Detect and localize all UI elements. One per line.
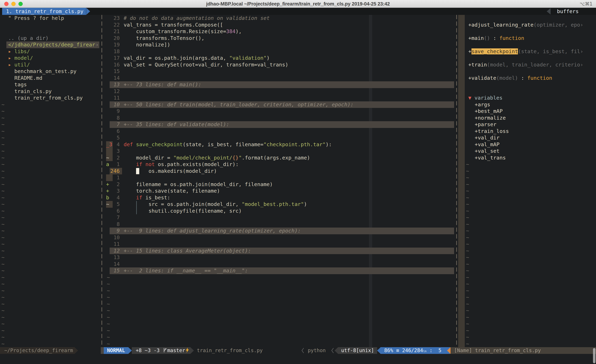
tag-item[interactable]: +val_set: [458, 148, 596, 154]
code-line[interactable]: 19 normalize]): [106, 42, 454, 48]
tree-item[interactable]: " Press ? for help: [0, 15, 99, 22]
code-line[interactable]: 13: [106, 254, 454, 261]
tree-item[interactable]: ▸libs/: [0, 48, 99, 55]
code-line[interactable]: 21 custom_transform.Resize(size=384),: [106, 28, 454, 35]
line-number: 7: [110, 121, 120, 128]
code-line[interactable]: ~5 src = os.path.join(model_dir, "model_…: [106, 201, 454, 208]
tilde-marker: ~: [466, 201, 469, 208]
tag-blank-row: [458, 42, 596, 48]
code-line[interactable]: ~2 model_dir = "model/check_point/{}".fo…: [106, 154, 454, 161]
code-line[interactable]: 8: [106, 115, 454, 121]
code-line[interactable]: +2 filename = os.path.join(model_dir, fi…: [106, 181, 454, 188]
empty-line: ~: [458, 194, 596, 201]
tag-item[interactable]: +val_dir: [458, 135, 596, 141]
tilde-marker: ~: [1, 281, 5, 287]
code-line[interactable]: 5: [106, 135, 454, 141]
empty-line: ~: [0, 188, 99, 194]
tilde-marker: ~: [1, 128, 5, 135]
code-line[interactable]: 6 shutil.copyfile(filename, src): [106, 208, 454, 214]
code-line[interactable]: 1: [106, 174, 454, 181]
tilde-marker: ~: [107, 314, 110, 321]
line-number: 22: [110, 22, 120, 28]
tag-item[interactable]: +train(model, train_loader, criterio›: [458, 61, 596, 68]
tree-item[interactable]: train_cls.py: [0, 88, 99, 95]
folded-code-line[interactable]: 7+-- 35 lines: def validate(model):: [106, 121, 454, 128]
code-line[interactable]: 3: [106, 148, 454, 154]
file-explorer[interactable]: " Press ? for help.. (up a dir)</jdhao/P…: [0, 15, 99, 347]
empty-line: ~: [0, 221, 99, 228]
folded-code-line[interactable]: 9+-- 9 lines: def adjust_learning_rate(o…: [106, 227, 454, 234]
tree-item[interactable]: ▸util/: [0, 61, 99, 68]
code-line[interactable]: 246 os.makedirs(model_dir): [106, 168, 454, 175]
line-number: 9: [110, 108, 120, 115]
code-line[interactable]: a1 if not os.path.exists(model_dir):: [106, 161, 454, 168]
tag-item[interactable]: +normalize: [458, 115, 596, 121]
code-line[interactable]: 18: [106, 48, 454, 55]
tilde-marker: ~: [466, 194, 469, 201]
tree-item[interactable]: ▸model/: [0, 55, 99, 61]
tilde-marker: ~: [1, 248, 5, 254]
code-line[interactable]: b4 if is_best:: [106, 194, 454, 201]
code-line[interactable]: 22val_trans = transforms.Compose([: [106, 22, 454, 28]
code-line[interactable]: 7: [106, 214, 454, 221]
tag-item[interactable]: +main() : function: [458, 35, 596, 42]
code-line[interactable]: 10: [106, 234, 454, 241]
tree-item[interactable]: README.md: [0, 75, 99, 81]
code-line[interactable]: 15: [106, 68, 454, 75]
folded-code-line[interactable]: 12+-- 15 lines: class AverageMeter(objec…: [106, 248, 454, 254]
tilde-marker: ~: [1, 320, 5, 327]
scrollbar-thumb[interactable]: [593, 348, 596, 363]
code-line[interactable]: 14: [106, 261, 454, 268]
code-line[interactable]: 11: [106, 95, 454, 101]
window-separator[interactable]: [99, 15, 104, 347]
tree-item[interactable]: train_retr_from_cls.py: [0, 95, 99, 101]
tree-item[interactable]: tags: [0, 81, 99, 88]
empty-line: ~: [458, 174, 596, 181]
code-line[interactable]: 16val_set = QuerySet(root=val_dir, trans…: [106, 61, 454, 68]
tag-item[interactable]: ▼ variables: [458, 95, 596, 101]
tag-item[interactable]: +train_loss: [458, 128, 596, 135]
empty-line: ~: [106, 307, 454, 314]
tree-item[interactable]: </jdhao/Projects/deep_firear›: [0, 42, 99, 48]
tag-list[interactable]: +adjust_learning_rate(optimizer, epo›+ma…: [458, 15, 596, 347]
folded-code-line[interactable]: 10+-- 50 lines: def train(model, train_l…: [106, 101, 454, 108]
tag-item[interactable]: +val_mAP: [458, 141, 596, 148]
empty-line: ~: [0, 174, 99, 181]
code-line[interactable]: 9: [106, 108, 454, 115]
empty-line: ~: [0, 334, 99, 341]
tilde-marker: ~: [466, 314, 469, 321]
tag-item[interactable]: +save_checkpoint(state, is_best, fil›: [458, 48, 596, 55]
code-line[interactable]: 17val_dir = os.path.join(args.data, "val…: [106, 55, 454, 61]
code-line[interactable]: 6: [106, 128, 454, 135]
tag-item[interactable]: +parser: [458, 121, 596, 128]
code-line[interactable]: 23# do not do data augmentation on valid…: [106, 15, 454, 22]
tab-train-retr-from-cls[interactable]: 1. train_retr_from_cls.py: [2, 8, 86, 15]
line-number: 9: [110, 227, 120, 234]
line-number: 10: [110, 101, 120, 108]
code-line[interactable]: _34def save_checkpoint(state, is_best, f…: [106, 141, 454, 148]
tilde-marker: ~: [1, 188, 5, 194]
tree-item[interactable]: .. (up a dir): [0, 35, 99, 42]
empty-line: ~: [0, 194, 99, 201]
buffers-label: buffers: [557, 8, 579, 15]
tilde-marker: ~: [466, 227, 469, 234]
code-line[interactable]: 20 transforms.ToTensor(),: [106, 35, 454, 42]
tag-item[interactable]: +val_trans: [458, 154, 596, 161]
tag-item[interactable]: +validate(model) : function: [458, 75, 596, 81]
tag-item[interactable]: +adjust_learning_rate(optimizer, epo›: [458, 22, 596, 28]
code-line[interactable]: 11: [106, 241, 454, 248]
line-number: 23: [110, 15, 120, 22]
code-line[interactable]: 12: [106, 88, 454, 95]
command-line[interactable]: [0, 354, 596, 364]
code-line[interactable]: 14: [106, 75, 454, 81]
window-separator[interactable]: [454, 15, 458, 347]
tree-item[interactable]: benchmark_on_test.py: [0, 68, 99, 75]
folded-code-line[interactable]: 13+-- 73 lines: def main():: [106, 81, 454, 88]
code-editor[interactable]: 23# do not do data augmentation on valid…: [106, 15, 454, 347]
code-line[interactable]: 8: [106, 221, 454, 228]
code-line[interactable]: +3 torch.save(state, filename): [106, 188, 454, 194]
tag-item[interactable]: +best_mAP: [458, 108, 596, 115]
tilde-marker: ~: [466, 181, 469, 188]
tag-item[interactable]: +args: [458, 101, 596, 108]
folded-code-line[interactable]: 15+-- 2 lines: if __name__ == "__main__"…: [106, 267, 454, 274]
